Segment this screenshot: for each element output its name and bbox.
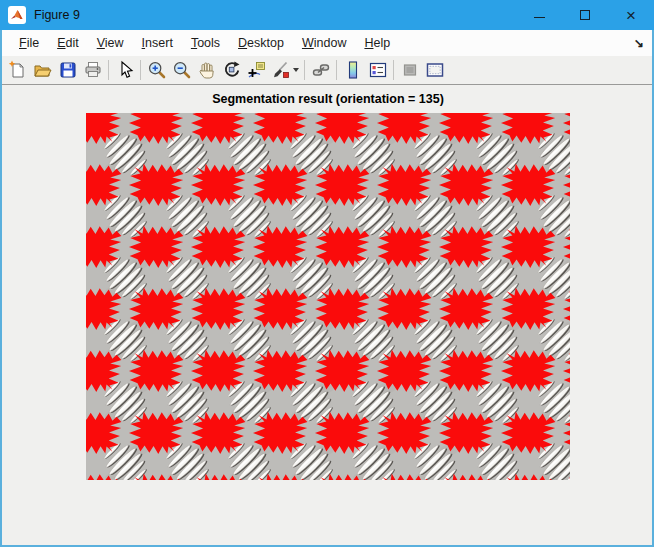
- data-cursor-icon: [247, 60, 267, 80]
- zoom-out-icon: [172, 60, 192, 80]
- diamond-plate-texture: [86, 113, 570, 480]
- dock-figure-icon[interactable]: ↘: [634, 36, 646, 50]
- menu-item-view[interactable]: View: [88, 32, 133, 54]
- link-plots-button[interactable]: [308, 58, 333, 83]
- window-frame: File Edit View Insert Tools Desktop Wind…: [0, 30, 654, 547]
- insert-colorbar-button[interactable]: [340, 58, 365, 83]
- minimize-icon: [534, 17, 545, 18]
- menu-item-edit[interactable]: Edit: [48, 32, 88, 54]
- maximize-button[interactable]: [562, 0, 608, 30]
- zoom-in-button[interactable]: [144, 58, 169, 83]
- menu-item-insert[interactable]: Insert: [133, 32, 182, 54]
- open-file-icon: [33, 60, 53, 80]
- edit-plot-button[interactable]: [112, 58, 137, 83]
- new-figure-button[interactable]: [5, 58, 30, 83]
- show-plot-tools-dock-icon: [425, 60, 445, 80]
- menu-item-tools[interactable]: Tools: [182, 32, 229, 54]
- toolbar-separator: [336, 60, 337, 80]
- segmentation-image: [86, 113, 570, 480]
- rotate-3d-button[interactable]: [219, 58, 244, 83]
- insert-legend-icon: [368, 60, 388, 80]
- data-cursor-button[interactable]: [244, 58, 269, 83]
- minimize-button[interactable]: [516, 0, 562, 30]
- show-plot-tools-dock-button[interactable]: [422, 58, 447, 83]
- pan-hand-icon: [197, 60, 217, 80]
- edit-plot-arrow-icon: [115, 60, 135, 80]
- save-figure-icon: [58, 60, 78, 80]
- brush-dropdown-caret-icon[interactable]: [293, 68, 299, 72]
- menu-item-desktop[interactable]: Desktop: [229, 32, 293, 54]
- brush-data-button[interactable]: [269, 58, 301, 83]
- close-button[interactable]: ×: [608, 0, 654, 30]
- menu-item-file[interactable]: File: [10, 32, 48, 54]
- pan-button[interactable]: [194, 58, 219, 83]
- figure-title: Segmentation result (orientation = 135): [86, 92, 570, 106]
- toolbar-separator: [393, 60, 394, 80]
- toolbar-separator: [140, 60, 141, 80]
- menu-item-window[interactable]: Window: [293, 32, 355, 54]
- window-title: Figure 9: [34, 8, 80, 22]
- figure-canvas: Segmentation result (orientation = 135): [2, 85, 652, 545]
- open-file-button[interactable]: [30, 58, 55, 83]
- insert-legend-button[interactable]: [365, 58, 390, 83]
- rotate-3d-icon: [222, 60, 242, 80]
- toolbar-separator: [304, 60, 305, 80]
- insert-colorbar-icon: [343, 60, 363, 80]
- matlab-logo-icon: [8, 6, 26, 24]
- menu-item-help[interactable]: Help: [355, 32, 399, 54]
- maximize-icon: [580, 10, 590, 20]
- zoom-in-icon: [147, 60, 167, 80]
- print-figure-button[interactable]: [80, 58, 105, 83]
- link-plots-icon: [311, 60, 331, 80]
- print-figure-icon: [83, 60, 103, 80]
- title-bar: Figure 9 ×: [0, 0, 654, 30]
- figure-window: Figure 9 × File Edit View Insert Tools D…: [0, 0, 654, 547]
- zoom-out-button[interactable]: [169, 58, 194, 83]
- hide-plot-tools-icon: [400, 60, 420, 80]
- menu-bar: File Edit View Insert Tools Desktop Wind…: [2, 30, 652, 56]
- toolbar-separator: [108, 60, 109, 80]
- close-icon: ×: [626, 7, 636, 24]
- hide-plot-tools-button[interactable]: [397, 58, 422, 83]
- new-figure-icon: [8, 60, 28, 80]
- figure-toolbar: [2, 56, 652, 85]
- brush-data-icon: [271, 60, 291, 80]
- save-figure-button[interactable]: [55, 58, 80, 83]
